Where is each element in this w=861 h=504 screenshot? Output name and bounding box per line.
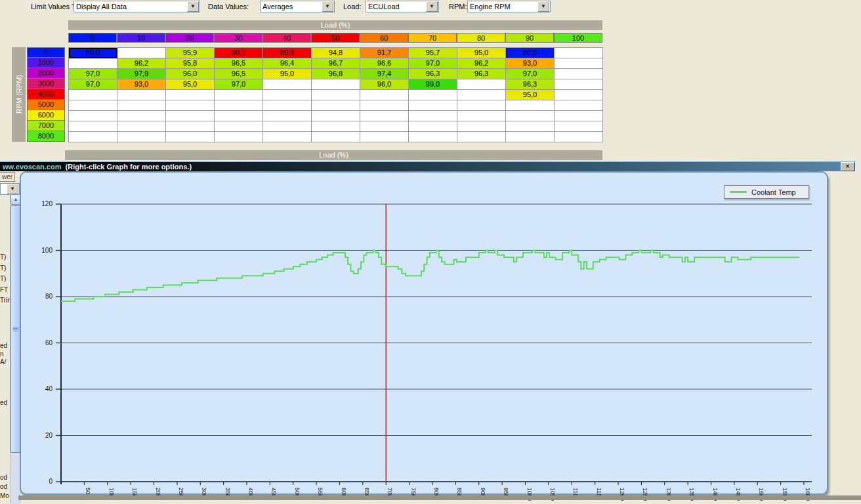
table-cell[interactable]	[555, 100, 603, 111]
left-panel-select[interactable]: ▼	[0, 183, 20, 195]
coolant-temp-chart[interactable]: 5010015020025030035040045050055060065070…	[56, 204, 818, 504]
table-cell[interactable]	[360, 111, 409, 121]
chevron-down-icon[interactable]: ▼	[537, 1, 549, 12]
table-cell[interactable]	[506, 121, 555, 132]
table-cell[interactable]: 95,0	[166, 79, 215, 90]
load-rpm-grid[interactable]: 80,095,990,189,894,891,795,795,080,096,2…	[68, 47, 603, 142]
table-cell[interactable]: 96,5	[215, 69, 263, 79]
table-cell[interactable]	[215, 111, 263, 121]
table-cell[interactable]	[360, 121, 409, 132]
table-cell[interactable]: 96,6	[360, 58, 409, 69]
load-select[interactable]: ECULoad ▼	[366, 1, 439, 12]
table-cell[interactable]	[457, 79, 506, 90]
table-cell[interactable]	[409, 90, 457, 100]
table-cell[interactable]	[215, 132, 263, 142]
table-cell[interactable]: 95,0	[457, 48, 506, 58]
table-cell[interactable]	[457, 111, 506, 121]
table-cell[interactable]	[263, 111, 312, 121]
table-cell[interactable]	[69, 121, 117, 132]
table-cell[interactable]	[555, 58, 603, 69]
table-cell[interactable]	[215, 121, 263, 132]
rpm-select[interactable]: Engine RPM ▼	[467, 1, 551, 12]
table-cell[interactable]	[263, 132, 312, 142]
table-cell[interactable]	[312, 132, 360, 142]
table-cell[interactable]	[117, 48, 166, 58]
table-cell[interactable]	[360, 90, 409, 100]
table-cell[interactable]	[360, 100, 409, 111]
table-cell[interactable]: 96,4	[263, 58, 312, 69]
table-cell[interactable]	[117, 132, 166, 142]
table-cell[interactable]: 95,0	[506, 90, 555, 100]
table-cell[interactable]	[69, 90, 117, 100]
table-cell[interactable]: 97,9	[117, 69, 166, 79]
table-cell[interactable]	[409, 132, 457, 142]
table-cell[interactable]: 97,0	[69, 79, 117, 90]
table-cell[interactable]	[69, 100, 117, 111]
table-cell[interactable]	[555, 90, 603, 100]
table-cell[interactable]: 95,7	[409, 48, 457, 58]
table-cell[interactable]	[457, 100, 506, 111]
table-cell[interactable]	[117, 100, 166, 111]
table-cell[interactable]: 93,0	[506, 58, 555, 69]
table-cell[interactable]	[166, 100, 215, 111]
table-cell[interactable]	[555, 111, 603, 121]
table-cell[interactable]: 96,2	[117, 58, 166, 69]
table-cell[interactable]	[555, 132, 603, 142]
table-cell[interactable]: 80,0	[69, 48, 117, 58]
table-cell[interactable]: 99,0	[409, 79, 457, 90]
table-cell[interactable]: 91,7	[360, 48, 409, 58]
table-cell[interactable]	[215, 100, 263, 111]
table-cell[interactable]: 96,7	[312, 58, 360, 69]
table-cell[interactable]	[312, 100, 360, 111]
table-cell[interactable]	[263, 121, 312, 132]
table-cell[interactable]	[457, 90, 506, 100]
table-cell[interactable]: 96,0	[166, 69, 215, 79]
table-cell[interactable]	[215, 90, 263, 100]
table-cell[interactable]	[117, 111, 166, 121]
table-cell[interactable]	[117, 90, 166, 100]
table-cell[interactable]: 97,4	[360, 69, 409, 79]
table-cell[interactable]	[360, 132, 409, 142]
table-cell[interactable]	[69, 111, 117, 121]
table-cell[interactable]	[263, 90, 312, 100]
chevron-down-icon[interactable]: ▼	[7, 184, 18, 194]
table-cell[interactable]	[263, 79, 312, 90]
table-cell[interactable]	[117, 121, 166, 132]
table-cell[interactable]	[457, 121, 506, 132]
table-cell[interactable]: 97,0	[506, 69, 555, 79]
chevron-down-icon[interactable]: ▼	[426, 1, 438, 12]
table-cell[interactable]	[409, 100, 457, 111]
data-values-select[interactable]: Averages ▼	[260, 1, 335, 12]
table-cell[interactable]	[409, 121, 457, 132]
table-cell[interactable]: 96,0	[360, 79, 409, 90]
table-cell[interactable]	[506, 111, 555, 121]
table-cell[interactable]: 89,8	[263, 48, 312, 58]
table-cell[interactable]: 96,8	[312, 69, 360, 79]
table-cell[interactable]	[409, 111, 457, 121]
table-cell[interactable]: 90,1	[215, 48, 263, 58]
graph-window-titlebar[interactable]: ww.evoscan.com (Right-click Graph for mo…	[0, 161, 855, 171]
table-cell[interactable]	[166, 90, 215, 100]
table-cell[interactable]	[69, 58, 117, 69]
table-cell[interactable]	[555, 79, 603, 90]
chevron-down-icon[interactable]: ▼	[322, 1, 333, 12]
table-cell[interactable]: 94,8	[312, 48, 360, 58]
table-cell[interactable]: 96,2	[457, 58, 506, 69]
table-cell[interactable]: 80,0	[506, 48, 555, 58]
table-cell[interactable]: 97,0	[69, 69, 117, 79]
table-cell[interactable]	[312, 79, 360, 90]
table-cell[interactable]: 95,8	[166, 58, 215, 69]
table-cell[interactable]: 95,9	[166, 48, 215, 58]
table-cell[interactable]	[312, 90, 360, 100]
table-cell[interactable]: 95,0	[263, 69, 312, 79]
table-cell[interactable]	[555, 121, 603, 132]
table-cell[interactable]	[312, 111, 360, 121]
close-icon[interactable]: ✕	[841, 162, 854, 171]
tab-viewer-truncated[interactable]: wer	[0, 172, 15, 182]
table-cell[interactable]	[312, 121, 360, 132]
table-cell[interactable]	[166, 132, 215, 142]
table-cell[interactable]: 97,0	[409, 58, 457, 69]
table-cell[interactable]	[166, 121, 215, 132]
table-cell[interactable]	[506, 132, 555, 142]
table-cell[interactable]	[263, 100, 312, 111]
